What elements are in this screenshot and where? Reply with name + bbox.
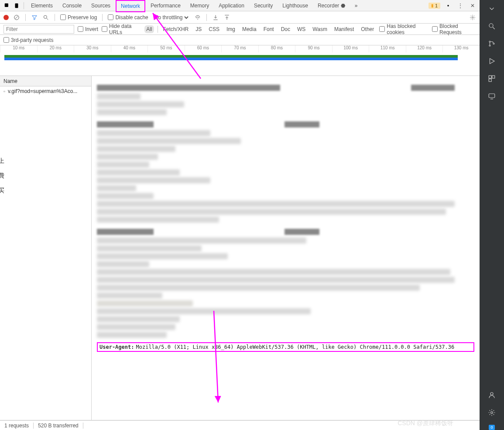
annotation-arrow-to-ua [205, 306, 231, 411]
svg-line-12 [493, 27, 495, 29]
svg-rect-18 [489, 79, 491, 82]
timeline-tick: 10 ms [0, 45, 37, 52]
svg-rect-16 [489, 76, 491, 78]
tab-network[interactable]: Network [116, 0, 145, 12]
issues-badge[interactable]: 1 [429, 3, 440, 9]
activity-bar: 0 [480, 0, 504, 430]
svg-rect-17 [492, 76, 495, 78]
remote-icon[interactable] [487, 91, 497, 101]
manage-gear-icon[interactable] [487, 407, 497, 418]
svg-point-20 [490, 392, 493, 395]
timeline-tick: 40 ms [111, 45, 148, 52]
filter-type-ws[interactable]: WS [295, 25, 307, 33]
svg-point-13 [489, 41, 490, 42]
status-badge[interactable]: 0 [489, 425, 494, 430]
clear-icon[interactable] [13, 14, 20, 21]
filter-type-other[interactable]: Other [359, 25, 376, 33]
tab-recorder[interactable]: Recorder ⬣ [313, 0, 350, 11]
hide-data-urls-checkbox[interactable]: Hide data URLs [102, 23, 141, 35]
file-icon: ▫ [3, 89, 5, 94]
disable-cache-checkbox[interactable]: Disable cache [108, 14, 148, 21]
filter-bar: Invert Hide data URLs All Fetch/XHR JS C… [0, 24, 480, 35]
network-conditions-icon[interactable] [194, 14, 201, 21]
filter-type-js[interactable]: JS [194, 25, 203, 33]
devtools-tabbar: Elements Console Sources Network Perform… [0, 0, 480, 11]
run-icon[interactable] [487, 56, 497, 66]
timeline-tick: 130 ms [442, 45, 480, 52]
svg-rect-19 [489, 94, 495, 98]
filter-type-wasm[interactable]: Wasm [311, 25, 329, 33]
filter-type-doc[interactable]: Doc [279, 25, 292, 33]
tab-security[interactable]: Security [250, 0, 277, 11]
timeline-tick: 80 ms [258, 45, 295, 52]
kebab-icon[interactable]: ⋮ [456, 1, 465, 10]
svg-line-5 [15, 16, 18, 19]
filter-type-css[interactable]: CSS [207, 25, 221, 33]
throttling-select[interactable]: No throttling [153, 14, 190, 21]
filter-type-media[interactable]: Media [240, 25, 258, 33]
svg-point-6 [44, 15, 47, 18]
blocked-requests-checkbox[interactable]: Blocked Requests [432, 23, 476, 35]
filter-type-fetchxhr[interactable]: Fetch/XHR [161, 25, 191, 33]
tab-memory[interactable]: Memory [186, 0, 213, 11]
close-icon[interactable]: ✕ [468, 1, 477, 10]
svg-point-11 [489, 24, 493, 28]
import-icon[interactable] [212, 14, 219, 21]
request-details-panel: User-Agent: Mozilla/5.0 (X11; Linux x86_… [92, 76, 480, 420]
svg-point-9 [472, 17, 473, 18]
filter-type-font[interactable]: Font [262, 25, 276, 33]
timeline-tick: 30 ms [74, 45, 111, 52]
extensions-icon[interactable] [487, 73, 497, 84]
export-icon[interactable] [223, 14, 230, 21]
gear-icon[interactable] [444, 1, 453, 10]
tab-performance[interactable]: Performance [146, 0, 185, 11]
settings-gear-icon[interactable] [469, 14, 476, 21]
timeline-tick: 100 ms [332, 45, 369, 52]
request-name-column: Name ▫ v.gif?mod=superman%3Aco... [0, 76, 92, 420]
filter-type-manifest[interactable]: Manifest [333, 25, 356, 33]
timeline-overview[interactable]: 10 ms 20 ms 30 ms 40 ms 50 ms 60 ms 70 m… [0, 45, 480, 76]
svg-rect-1 [5, 3, 8, 7]
filter-type-all[interactable]: All [144, 25, 154, 33]
tabs-overflow[interactable]: » [350, 0, 362, 11]
ua-key: User-Agent: [99, 344, 134, 350]
status-transferred: 520 B transferred [38, 423, 79, 429]
request-row[interactable]: ▫ v.gif?mod=superman%3Aco... [0, 86, 91, 96]
tab-elements[interactable]: Elements [27, 0, 57, 11]
preserve-log-checkbox[interactable]: Preserve log [60, 14, 97, 21]
chevron-down-icon[interactable] [487, 3, 497, 14]
timeline-tick: 20 ms [37, 45, 74, 52]
network-toolbar: Preserve log Disable cache No throttling [0, 11, 480, 24]
timeline-tick: 50 ms [147, 45, 185, 52]
inspect-icon[interactable] [3, 1, 11, 10]
device-icon[interactable] [12, 1, 21, 10]
svg-point-14 [489, 45, 490, 46]
tab-sources[interactable]: Sources [87, 0, 115, 11]
filter-icon[interactable] [31, 14, 38, 21]
timeline-tick: 110 ms [369, 45, 406, 52]
separator [24, 2, 24, 9]
request-name: v.gif?mod=superman%3Aco... [8, 88, 78, 94]
svg-rect-2 [15, 3, 18, 8]
search-icon[interactable] [42, 14, 49, 21]
filter-input[interactable] [3, 25, 74, 34]
user-agent-header: User-Agent: Mozilla/5.0 (X11; Linux x86_… [97, 342, 474, 352]
filter-type-img[interactable]: Img [225, 25, 237, 33]
svg-point-3 [447, 5, 449, 7]
tab-application[interactable]: Application [214, 0, 249, 11]
svg-point-21 [491, 412, 493, 414]
watermark-text: CSDN @蔗肆稀饭呀 [398, 420, 453, 427]
tab-lighthouse[interactable]: Lighthouse [278, 0, 312, 11]
column-header-name[interactable]: Name [0, 76, 91, 86]
tab-console[interactable]: Console [58, 0, 86, 11]
account-icon[interactable] [487, 390, 497, 400]
ua-value: Mozilla/5.0 (X11; Linux x86_64) AppleWeb… [136, 344, 454, 350]
blocked-cookies-checkbox[interactable]: Has blocked cookies [379, 23, 429, 35]
search-icon[interactable] [487, 21, 497, 31]
timeline-tick: 70 ms [221, 45, 258, 52]
record-button[interactable] [3, 15, 9, 20]
source-control-icon[interactable] [487, 38, 497, 49]
third-party-checkbox[interactable]: 3rd-party requests [3, 37, 53, 43]
invert-checkbox[interactable]: Invert [78, 26, 98, 32]
filter-bar-2: 3rd-party requests [0, 35, 480, 45]
